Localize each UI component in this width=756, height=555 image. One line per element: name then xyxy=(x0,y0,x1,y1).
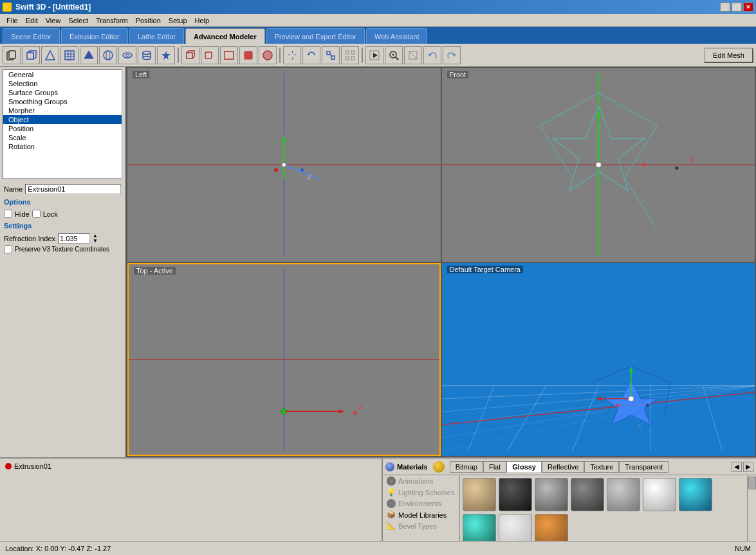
svg-line-94 xyxy=(663,382,670,418)
tab-web-assistant[interactable]: Web Assistant xyxy=(366,28,428,44)
mat-animations[interactable]: Animations xyxy=(383,475,459,487)
scene-item[interactable]: Extrusion01 xyxy=(3,461,379,471)
mat-tab-texture[interactable]: Texture xyxy=(584,461,619,473)
swatch-7[interactable] xyxy=(679,478,712,511)
swatch-4[interactable] xyxy=(571,478,604,511)
mat-tab-transparent[interactable]: Transparent xyxy=(619,461,668,473)
maximize-button[interactable]: □ xyxy=(732,3,742,12)
tab-advanced-modeler[interactable]: Advanced Modeler xyxy=(185,28,265,44)
swatch-6[interactable] xyxy=(643,478,676,511)
toolbar-render-btn[interactable] xyxy=(365,46,383,64)
prop-scale[interactable]: Scale xyxy=(3,133,122,142)
toolbar-wireframe-btn[interactable] xyxy=(404,46,422,64)
toolbar-cylinder-btn[interactable] xyxy=(138,46,156,64)
viewport-top[interactable]: Top - Active X xyxy=(127,263,441,457)
close-button[interactable]: ✕ xyxy=(743,3,753,12)
menu-view[interactable]: View xyxy=(42,15,65,26)
prop-object[interactable]: Object xyxy=(3,115,122,124)
toolbar-torus-btn[interactable] xyxy=(118,46,136,64)
name-input[interactable] xyxy=(25,184,121,194)
mat-next-button[interactable]: ▶ xyxy=(743,462,753,472)
toolbar-grid2-btn[interactable] xyxy=(341,46,359,64)
toolbar-scale-btn[interactable] xyxy=(322,46,340,64)
mat-prev-button[interactable]: ◀ xyxy=(732,462,742,472)
mat-tab-flat[interactable]: Flat xyxy=(483,461,506,473)
mat-scroll-thumb[interactable] xyxy=(748,477,756,489)
svg-line-93 xyxy=(631,366,670,382)
mat-lighting[interactable]: 💡 Lighting Schemes xyxy=(383,487,459,498)
svg-line-83 xyxy=(442,385,755,424)
edit-mesh-button[interactable]: Edit Mesh xyxy=(704,48,753,63)
toolbar-move-btn[interactable] xyxy=(283,46,301,64)
swatch-1[interactable] xyxy=(463,478,496,511)
svg-marker-67 xyxy=(596,109,600,117)
tab-extrusion-editor[interactable]: Extrusion Editor xyxy=(61,28,128,44)
menu-file[interactable]: File xyxy=(3,15,22,26)
prop-general[interactable]: General xyxy=(3,70,122,79)
toolbar-rounded-btn[interactable] xyxy=(201,46,219,64)
toolbar-undo-btn[interactable] xyxy=(423,46,441,64)
menu-select[interactable]: Select xyxy=(64,15,92,26)
toolbar-star-btn[interactable] xyxy=(157,46,175,64)
toolbar-copy-btn[interactable] xyxy=(3,46,21,64)
prop-rotation[interactable]: Rotation xyxy=(3,142,122,151)
property-list[interactable]: General Selection Surface Groups Smoothi… xyxy=(3,69,122,179)
swatch-3[interactable] xyxy=(535,478,568,511)
viewport-camera[interactable]: Default Target Camera xyxy=(442,263,755,457)
svg-marker-46 xyxy=(428,54,432,57)
toolbar-sphere2-btn[interactable] xyxy=(259,46,277,64)
preserve-checkbox[interactable] xyxy=(4,245,12,253)
mat-libraries[interactable]: 📦 Model Libraries xyxy=(383,509,459,520)
toolbar-cube3d-btn[interactable] xyxy=(181,46,199,64)
tab-lathe-editor[interactable]: Lathe Editor xyxy=(129,28,184,44)
mat-tab-bitmap[interactable]: Bitmap xyxy=(450,461,483,473)
toolbar-grid-btn[interactable] xyxy=(60,46,78,64)
toolbar-cube-btn[interactable] xyxy=(22,46,40,64)
swatch-10[interactable] xyxy=(535,514,568,541)
prop-morpher[interactable]: Morpher xyxy=(3,106,122,115)
swatch-9[interactable] xyxy=(499,514,532,541)
menu-setup[interactable]: Setup xyxy=(165,15,191,26)
mat-scrollbar[interactable] xyxy=(747,475,756,541)
viewport-front[interactable]: Front X xyxy=(442,68,755,262)
materials-globe-icon xyxy=(433,461,445,473)
menu-help[interactable]: Help xyxy=(191,15,214,26)
svg-rect-34 xyxy=(346,51,349,54)
toolbar-box2-btn[interactable] xyxy=(220,46,238,64)
prop-selection[interactable]: Selection xyxy=(3,79,122,88)
swatch-5[interactable] xyxy=(607,478,640,511)
refraction-input[interactable] xyxy=(58,233,90,244)
menu-edit[interactable]: Edit xyxy=(22,15,42,26)
toolbar-pyramid-btn[interactable] xyxy=(80,46,98,64)
mat-environments[interactable]: Environments xyxy=(383,498,459,509)
tab-preview-export[interactable]: Preview and Export Editor xyxy=(266,28,365,44)
swatch-8[interactable] xyxy=(463,514,496,541)
viewports-grid: Left Z Z Front xyxy=(126,67,756,457)
svg-marker-29 xyxy=(293,54,297,55)
hide-checkbox[interactable] xyxy=(4,210,12,218)
toolbar-zoom-btn[interactable] xyxy=(385,46,403,64)
status-bar: Location: X: 0.00 Y: -0.47 Z: -1.27 NUM xyxy=(0,541,756,555)
toolbar-redo-btn[interactable] xyxy=(443,46,461,64)
toolbar-sphere-btn[interactable] xyxy=(99,46,117,64)
minimize-button[interactable]: _ xyxy=(720,3,730,12)
toolbar-cone-btn[interactable] xyxy=(41,46,59,64)
swatch-2[interactable] xyxy=(499,478,532,511)
mat-bevel-types[interactable]: 📐 Bevel Types xyxy=(383,520,459,531)
prop-smoothing-groups[interactable]: Smoothing Groups xyxy=(3,97,122,106)
prop-position[interactable]: Position xyxy=(3,124,122,133)
lock-checkbox[interactable] xyxy=(32,210,41,218)
viewport-left[interactable]: Left Z Z xyxy=(127,68,441,262)
tab-scene-editor[interactable]: Scene Editor xyxy=(3,28,60,44)
toolbar-rotate-btn[interactable] xyxy=(302,46,320,64)
mat-tab-glossy[interactable]: Glossy xyxy=(506,461,542,473)
menu-transform[interactable]: Transform xyxy=(92,15,132,26)
svg-point-102 xyxy=(645,403,649,406)
mat-tab-reflective[interactable]: Reflective xyxy=(542,461,584,473)
prop-surface-groups[interactable]: Surface Groups xyxy=(3,88,122,97)
toolbar-red-shape-btn[interactable] xyxy=(239,46,257,64)
status-mode: NUM xyxy=(735,545,751,552)
spinner-up-icon[interactable]: ▲▼ xyxy=(93,233,98,244)
menu-position[interactable]: Position xyxy=(132,15,165,26)
scene-dot xyxy=(5,463,12,469)
